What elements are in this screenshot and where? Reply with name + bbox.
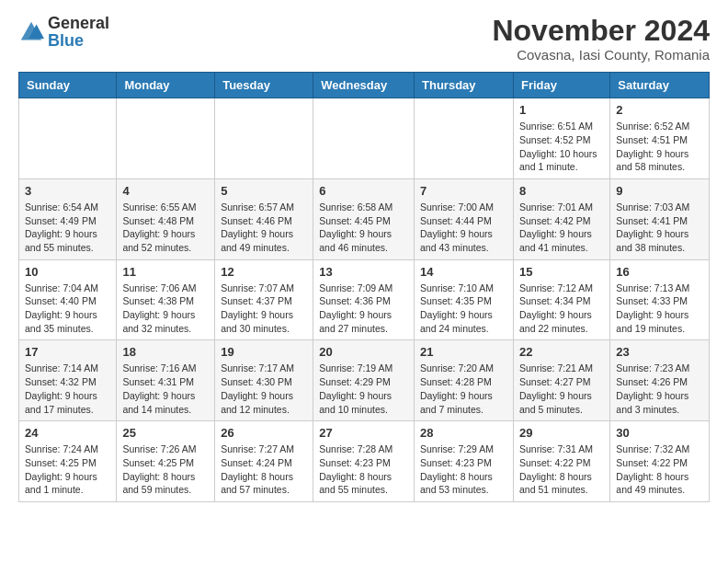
day-detail: Sunrise: 7:01 AM Sunset: 4:42 PM Dayligh… — [519, 201, 604, 255]
week-row-3: 17Sunrise: 7:14 AM Sunset: 4:32 PM Dayli… — [19, 340, 710, 421]
calendar: SundayMondayTuesdayWednesdayThursdayFrid… — [18, 72, 710, 502]
day-cell: 8Sunrise: 7:01 AM Sunset: 4:42 PM Daylig… — [513, 178, 609, 259]
day-cell: 2Sunrise: 6:52 AM Sunset: 4:51 PM Daylig… — [610, 98, 710, 179]
day-detail: Sunrise: 7:24 AM Sunset: 4:25 PM Dayligh… — [25, 442, 110, 497]
day-number: 1 — [519, 103, 604, 117]
day-number: 19 — [221, 345, 307, 359]
day-cell: 4Sunrise: 6:55 AM Sunset: 4:48 PM Daylig… — [117, 178, 215, 259]
day-number: 15 — [519, 265, 604, 279]
title-location: Covasna, Iasi County, Romania — [492, 47, 710, 63]
day-detail: Sunrise: 7:31 AM Sunset: 4:22 PM Dayligh… — [519, 442, 604, 497]
day-number: 11 — [122, 265, 209, 279]
day-detail: Sunrise: 7:03 AM Sunset: 4:41 PM Dayligh… — [616, 201, 703, 255]
day-number: 21 — [420, 345, 507, 359]
day-number: 29 — [519, 426, 604, 440]
day-cell: 22Sunrise: 7:21 AM Sunset: 4:27 PM Dayli… — [513, 340, 609, 421]
day-number: 17 — [25, 345, 110, 359]
day-detail: Sunrise: 6:58 AM Sunset: 4:45 PM Dayligh… — [319, 201, 408, 255]
day-number: 2 — [616, 103, 703, 117]
day-cell: 29Sunrise: 7:31 AM Sunset: 4:22 PM Dayli… — [513, 421, 609, 502]
day-detail: Sunrise: 7:23 AM Sunset: 4:26 PM Dayligh… — [616, 362, 703, 416]
week-row-0: 1Sunrise: 6:51 AM Sunset: 4:52 PM Daylig… — [19, 98, 710, 179]
day-cell — [415, 98, 514, 179]
day-detail: Sunrise: 7:00 AM Sunset: 4:44 PM Dayligh… — [420, 201, 507, 255]
day-cell: 14Sunrise: 7:10 AM Sunset: 4:35 PM Dayli… — [415, 259, 514, 340]
day-cell: 15Sunrise: 7:12 AM Sunset: 4:34 PM Dayli… — [513, 259, 609, 340]
day-cell: 6Sunrise: 6:58 AM Sunset: 4:45 PM Daylig… — [313, 178, 415, 259]
day-cell: 20Sunrise: 7:19 AM Sunset: 4:29 PM Dayli… — [313, 340, 415, 421]
day-detail: Sunrise: 7:32 AM Sunset: 4:22 PM Dayligh… — [616, 442, 703, 497]
header-sunday: Sunday — [19, 73, 117, 98]
day-number: 23 — [616, 345, 703, 359]
day-number: 28 — [420, 426, 507, 440]
day-cell — [313, 98, 415, 179]
day-cell: 27Sunrise: 7:28 AM Sunset: 4:23 PM Dayli… — [313, 421, 415, 502]
day-cell: 13Sunrise: 7:09 AM Sunset: 4:36 PM Dayli… — [313, 259, 415, 340]
header-monday: Monday — [117, 73, 215, 98]
title-month: November 2024 — [492, 15, 710, 47]
day-cell — [117, 98, 215, 179]
day-detail: Sunrise: 6:57 AM Sunset: 4:46 PM Dayligh… — [221, 201, 307, 255]
day-detail: Sunrise: 7:09 AM Sunset: 4:36 PM Dayligh… — [319, 282, 408, 336]
day-detail: Sunrise: 7:21 AM Sunset: 4:27 PM Dayligh… — [519, 362, 604, 416]
day-detail: Sunrise: 7:20 AM Sunset: 4:28 PM Dayligh… — [420, 362, 507, 416]
logo-text: General Blue — [48, 15, 109, 50]
day-number: 27 — [319, 426, 408, 440]
day-detail: Sunrise: 6:55 AM Sunset: 4:48 PM Dayligh… — [122, 201, 209, 255]
day-number: 18 — [122, 345, 209, 359]
calendar-header-row: SundayMondayTuesdayWednesdayThursdayFrid… — [19, 73, 710, 98]
day-detail: Sunrise: 6:54 AM Sunset: 4:49 PM Dayligh… — [25, 201, 110, 255]
day-cell: 19Sunrise: 7:17 AM Sunset: 4:30 PM Dayli… — [215, 340, 313, 421]
week-row-1: 3Sunrise: 6:54 AM Sunset: 4:49 PM Daylig… — [19, 178, 710, 259]
day-detail: Sunrise: 7:14 AM Sunset: 4:32 PM Dayligh… — [25, 362, 110, 416]
day-cell: 1Sunrise: 6:51 AM Sunset: 4:52 PM Daylig… — [513, 98, 609, 179]
title-section: November 2024 Covasna, Iasi County, Roma… — [492, 15, 710, 63]
day-cell: 21Sunrise: 7:20 AM Sunset: 4:28 PM Dayli… — [415, 340, 514, 421]
day-number: 22 — [519, 345, 604, 359]
day-detail: Sunrise: 7:29 AM Sunset: 4:23 PM Dayligh… — [420, 442, 507, 497]
day-cell: 28Sunrise: 7:29 AM Sunset: 4:23 PM Dayli… — [415, 421, 514, 502]
day-number: 10 — [25, 265, 110, 279]
day-number: 9 — [616, 184, 703, 198]
day-cell: 23Sunrise: 7:23 AM Sunset: 4:26 PM Dayli… — [610, 340, 710, 421]
day-detail: Sunrise: 7:10 AM Sunset: 4:35 PM Dayligh… — [420, 282, 507, 336]
logo-icon — [18, 19, 44, 45]
day-number: 7 — [420, 184, 507, 198]
day-cell: 30Sunrise: 7:32 AM Sunset: 4:22 PM Dayli… — [610, 421, 710, 502]
header-tuesday: Tuesday — [215, 73, 313, 98]
day-cell: 26Sunrise: 7:27 AM Sunset: 4:24 PM Dayli… — [215, 421, 313, 502]
day-number: 26 — [221, 426, 307, 440]
day-number: 14 — [420, 265, 507, 279]
week-row-2: 10Sunrise: 7:04 AM Sunset: 4:40 PM Dayli… — [19, 259, 710, 340]
day-cell: 18Sunrise: 7:16 AM Sunset: 4:31 PM Dayli… — [117, 340, 215, 421]
day-detail: Sunrise: 7:27 AM Sunset: 4:24 PM Dayligh… — [221, 442, 307, 497]
day-cell: 17Sunrise: 7:14 AM Sunset: 4:32 PM Dayli… — [19, 340, 117, 421]
day-cell: 3Sunrise: 6:54 AM Sunset: 4:49 PM Daylig… — [19, 178, 117, 259]
day-detail: Sunrise: 7:16 AM Sunset: 4:31 PM Dayligh… — [122, 362, 209, 416]
day-detail: Sunrise: 7:07 AM Sunset: 4:37 PM Dayligh… — [221, 282, 307, 336]
day-detail: Sunrise: 7:28 AM Sunset: 4:23 PM Dayligh… — [319, 442, 408, 497]
day-cell: 9Sunrise: 7:03 AM Sunset: 4:41 PM Daylig… — [610, 178, 710, 259]
logo: General Blue — [18, 15, 109, 50]
day-number: 20 — [319, 345, 408, 359]
header-wednesday: Wednesday — [313, 73, 415, 98]
day-cell: 24Sunrise: 7:24 AM Sunset: 4:25 PM Dayli… — [19, 421, 117, 502]
day-number: 24 — [25, 426, 110, 440]
day-cell: 25Sunrise: 7:26 AM Sunset: 4:25 PM Dayli… — [117, 421, 215, 502]
header-thursday: Thursday — [415, 73, 514, 98]
day-number: 16 — [616, 265, 703, 279]
day-cell: 5Sunrise: 6:57 AM Sunset: 4:46 PM Daylig… — [215, 178, 313, 259]
day-detail: Sunrise: 6:52 AM Sunset: 4:51 PM Dayligh… — [616, 120, 703, 174]
day-cell: 12Sunrise: 7:07 AM Sunset: 4:37 PM Dayli… — [215, 259, 313, 340]
day-detail: Sunrise: 7:12 AM Sunset: 4:34 PM Dayligh… — [519, 282, 604, 336]
week-row-4: 24Sunrise: 7:24 AM Sunset: 4:25 PM Dayli… — [19, 421, 710, 502]
day-number: 8 — [519, 184, 604, 198]
day-number: 4 — [122, 184, 209, 198]
logo-general: General — [48, 14, 109, 32]
day-cell: 11Sunrise: 7:06 AM Sunset: 4:38 PM Dayli… — [117, 259, 215, 340]
day-cell: 10Sunrise: 7:04 AM Sunset: 4:40 PM Dayli… — [19, 259, 117, 340]
day-detail: Sunrise: 7:13 AM Sunset: 4:33 PM Dayligh… — [616, 282, 703, 336]
header-friday: Friday — [513, 73, 609, 98]
day-detail: Sunrise: 7:17 AM Sunset: 4:30 PM Dayligh… — [221, 362, 307, 416]
logo-blue: Blue — [48, 31, 84, 50]
